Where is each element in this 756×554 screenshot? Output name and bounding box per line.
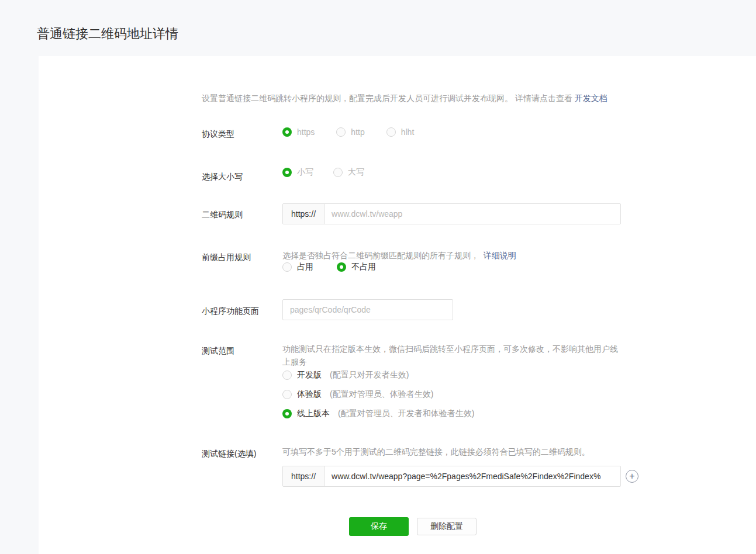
radio-option-lowercase[interactable]: 小写 bbox=[282, 167, 313, 178]
feature-page-input[interactable]: pages/qrCode/qrCode bbox=[282, 299, 453, 320]
add-test-link-button[interactable]: + bbox=[626, 470, 638, 483]
radio-option-not-occupy[interactable]: 不占用 bbox=[337, 262, 376, 272]
intro-text: 设置普通链接二维码跳转小程序的规则，配置完成后开发人员可进行调试并发布现网。 详… bbox=[202, 92, 629, 104]
protocol-radio-group: https http hlht bbox=[282, 127, 414, 137]
test-link-description: 可填写不多于5个用于测试的二维码完整链接，此链接必须符合已填写的二维码规则。 bbox=[282, 445, 645, 458]
test-scope-label: 测试范围 bbox=[202, 346, 281, 356]
radio-option-https[interactable]: https bbox=[282, 127, 315, 137]
radio-option-occupy[interactable]: 占用 bbox=[282, 262, 313, 272]
radio-unselected-icon[interactable] bbox=[333, 168, 343, 177]
radio-option-online-version[interactable]: 线上版本 bbox=[282, 408, 330, 419]
dev-doc-link[interactable]: 开发文档 bbox=[575, 94, 607, 103]
radio-option-label: http bbox=[351, 127, 364, 137]
qr-rule-protocol-prefix: https:// bbox=[283, 204, 325, 224]
prefix-rule-description-body: 选择是否独占符合二维码前缀匹配规则的所有子规则， bbox=[282, 251, 479, 260]
radio-option-trial-version[interactable]: 体验版 bbox=[282, 389, 322, 400]
letter-case-label: 选择大小写 bbox=[202, 172, 281, 182]
delete-config-button[interactable]: 删除配置 bbox=[417, 518, 477, 535]
protocol-label: 协议类型 bbox=[202, 129, 281, 140]
radio-option-hint: (配置对管理员、体验者生效) bbox=[330, 389, 433, 400]
radio-selected-icon[interactable] bbox=[282, 409, 292, 418]
radio-option-hint: (配置对管理员、开发者和体验者生效) bbox=[338, 408, 474, 419]
test-scope-option-dev: 开发版 (配置只对开发者生效) bbox=[282, 370, 409, 380]
letter-case-radio-group: 小写 大写 bbox=[282, 167, 364, 178]
radio-option-label: 体验版 bbox=[297, 389, 322, 400]
radio-option-label: 开发版 bbox=[297, 370, 322, 380]
qr-rule-input[interactable]: www.dcwl.tv/weapp bbox=[325, 204, 620, 224]
radio-unselected-icon[interactable] bbox=[282, 262, 292, 272]
detail-card: 设置普通链接二维码跳转小程序的规则，配置完成后开发人员可进行调试并发布现网。 详… bbox=[39, 56, 756, 554]
radio-unselected-icon[interactable] bbox=[282, 371, 292, 380]
feature-page-label: 小程序功能页面 bbox=[202, 306, 281, 317]
qr-rule-label: 二维码规则 bbox=[202, 210, 281, 220]
test-scope-option-online: 线上版本 (配置对管理员、开发者和体验者生效) bbox=[282, 408, 474, 419]
radio-selected-icon[interactable] bbox=[282, 127, 292, 137]
radio-unselected-icon[interactable] bbox=[336, 127, 346, 137]
radio-option-hint: (配置只对开发者生效) bbox=[330, 370, 409, 380]
test-link-protocol-prefix: https:// bbox=[283, 466, 325, 486]
radio-option-label: hlht bbox=[401, 127, 415, 137]
prefix-rule-description: 选择是否独占符合二维码前缀匹配规则的所有子规则， 详细说明 bbox=[282, 249, 633, 262]
radio-option-label: https bbox=[297, 127, 315, 137]
page-title: 普通链接二维码地址详情 bbox=[37, 25, 178, 43]
prefix-rule-radio-group: 占用 不占用 bbox=[282, 262, 376, 272]
test-scope-option-trial: 体验版 (配置对管理员、体验者生效) bbox=[282, 389, 433, 400]
radio-selected-icon[interactable] bbox=[282, 168, 292, 177]
radio-unselected-icon[interactable] bbox=[282, 390, 292, 399]
radio-option-label: 大写 bbox=[348, 167, 364, 178]
radio-option-label: 不占用 bbox=[351, 262, 376, 272]
radio-option-label: 占用 bbox=[297, 262, 313, 272]
test-link-input[interactable]: www.dcwl.tv/weapp?page=%2Fpages%2FmediSa… bbox=[325, 466, 620, 486]
prefix-rule-detail-link[interactable]: 详细说明 bbox=[484, 251, 516, 260]
radio-option-label: 小写 bbox=[297, 167, 313, 178]
radio-unselected-icon[interactable] bbox=[386, 127, 396, 137]
radio-option-http[interactable]: http bbox=[336, 127, 364, 137]
radio-selected-icon[interactable] bbox=[337, 262, 346, 272]
test-link-input-group: https:// www.dcwl.tv/weapp?page=%2Fpages… bbox=[282, 466, 621, 487]
qr-rule-input-group: https:// www.dcwl.tv/weapp bbox=[282, 203, 621, 224]
radio-option-dev-version[interactable]: 开发版 bbox=[282, 370, 322, 380]
prefix-rule-label: 前缀占用规则 bbox=[202, 252, 281, 263]
test-scope-description: 功能测试只在指定版本生效，微信扫码后跳转至小程序页面，可多次修改，不影响其他用户… bbox=[282, 342, 624, 368]
intro-text-body: 设置普通链接二维码跳转小程序的规则，配置完成后开发人员可进行调试并发布现网。 详… bbox=[202, 94, 575, 103]
radio-option-uppercase[interactable]: 大写 bbox=[333, 167, 364, 178]
plus-icon: + bbox=[629, 472, 634, 481]
radio-option-hlht[interactable]: hlht bbox=[386, 127, 415, 137]
test-link-label: 测试链接(选填) bbox=[202, 449, 295, 459]
radio-option-label: 线上版本 bbox=[297, 408, 330, 419]
save-button[interactable]: 保存 bbox=[349, 517, 409, 536]
